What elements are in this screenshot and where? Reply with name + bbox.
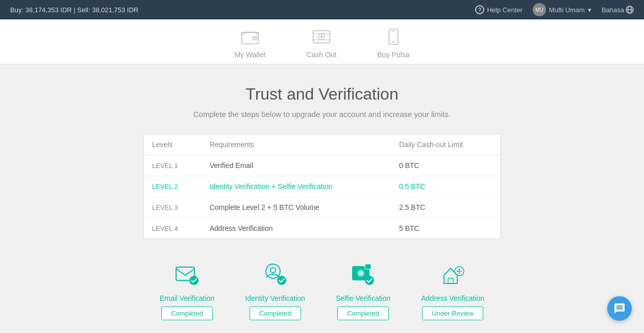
wallet-icon <box>239 27 261 46</box>
email-verification-button[interactable]: Completed <box>161 306 213 320</box>
col-requirements: Requirements <box>202 134 391 155</box>
topbar: Buy: 38,174,353 IDR | Sell: 38,021,753 I… <box>0 0 644 19</box>
price-info: Buy: 38,174,353 IDR | Sell: 38,021,753 I… <box>10 6 138 14</box>
requirement-cell: Address Verification <box>202 218 391 239</box>
user-name: Mufti Umam <box>549 6 585 14</box>
globe-icon <box>626 6 634 14</box>
email-verification-label: Email Verification <box>160 294 214 302</box>
nav-buy-pulsa[interactable]: Buy Pulsa <box>378 27 410 59</box>
limit-cell: 0.5 BTC <box>391 176 500 197</box>
selfie-verification-icon <box>348 259 379 290</box>
levels-table-wrap: Levels Requirements Daily Cash-out Limit… <box>143 134 501 239</box>
level-label: LEVEL 2 <box>152 183 178 191</box>
identity-verification-label: Identity Verification <box>245 294 305 302</box>
limit-cell: 2.5 BTC <box>391 197 500 218</box>
svg-point-24 <box>365 276 374 285</box>
address-verification-icon <box>437 259 468 290</box>
identity-verification-button[interactable]: Completed <box>250 306 301 320</box>
help-center-link[interactable]: ? Help Center <box>475 5 522 14</box>
address-verification-button[interactable]: Under Review <box>422 306 483 320</box>
nav-cash-out[interactable]: Cash Out <box>306 27 336 59</box>
main-nav: My Wallet Cash Out Buy Pulsa <box>0 19 644 64</box>
cash-icon <box>310 27 333 46</box>
svg-point-22 <box>358 271 363 276</box>
table-row: LEVEL 4 Address Verification 5 BTC <box>144 218 500 239</box>
table-row: LEVEL 1 Verified Email 0 BTC <box>144 155 500 176</box>
help-label: Help Center <box>487 6 522 14</box>
page-title: Trust and Verification <box>10 85 634 104</box>
user-dropdown-icon: ▾ <box>588 6 591 14</box>
page-subtitle: Complete the steps below to upgrade your… <box>10 110 634 118</box>
nav-my-wallet-label: My Wallet <box>234 51 265 59</box>
svg-point-18 <box>270 268 276 273</box>
topbar-right: ? Help Center MU Mufti Umam ▾ Bahasa <box>475 3 634 16</box>
identity-verification-icon <box>260 259 290 290</box>
step-email: Email Verification Completed <box>160 259 214 320</box>
svg-rect-25 <box>448 278 453 283</box>
requirement-cell: Identity Verification + Selfie Verificat… <box>202 176 391 197</box>
requirement-cell: Complete Level 2 + 5 BTC Volume <box>202 197 391 218</box>
email-verification-icon <box>172 259 203 290</box>
step-address: Address Verification Under Review <box>421 259 484 320</box>
svg-point-19 <box>277 276 286 285</box>
step-identity: Identity Verification Completed <box>245 259 305 320</box>
step-selfie: Selfie Verification Completed <box>336 259 390 320</box>
verification-steps: Email Verification Completed Identity Ve… <box>92 259 552 320</box>
svg-point-16 <box>189 276 199 285</box>
col-levels: Levels <box>144 134 202 155</box>
level-label: LEVEL 1 <box>152 162 178 170</box>
phone-icon <box>382 27 405 46</box>
nav-cash-out-label: Cash Out <box>306 51 336 59</box>
language-selector[interactable]: Bahasa <box>602 6 634 14</box>
requirement-cell: Verified Email <box>202 155 391 176</box>
user-menu[interactable]: MU Mufti Umam ▾ <box>533 3 591 16</box>
limit-cell: 5 BTC <box>391 218 500 239</box>
main-content: Trust and Verification Complete the step… <box>0 64 644 333</box>
lang-label: Bahasa <box>602 6 624 14</box>
selfie-verification-button[interactable]: Completed <box>337 306 389 320</box>
address-verification-label: Address Verification <box>421 294 484 302</box>
selfie-verification-label: Selfie Verification <box>336 294 390 302</box>
level-label: LEVEL 3 <box>152 204 178 211</box>
limit-cell: 0 BTC <box>391 155 500 176</box>
col-limit: Daily Cash-out Limit <box>391 134 500 155</box>
table-row: LEVEL 3 Complete Level 2 + 5 BTC Volume … <box>144 197 500 218</box>
chat-button[interactable] <box>607 296 632 321</box>
nav-my-wallet[interactable]: My Wallet <box>234 27 265 59</box>
svg-rect-23 <box>365 264 371 269</box>
nav-buy-pulsa-label: Buy Pulsa <box>378 51 410 59</box>
table-row: LEVEL 2 Identity Verification + Selfie V… <box>144 176 500 197</box>
user-avatar: MU <box>533 3 546 16</box>
level-label: LEVEL 4 <box>152 225 178 232</box>
help-icon: ? <box>475 5 484 14</box>
levels-table: Levels Requirements Daily Cash-out Limit… <box>144 134 500 239</box>
